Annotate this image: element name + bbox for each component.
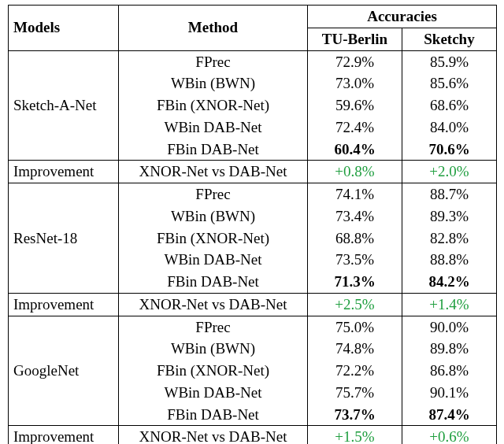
improvement-method: XNOR-Net vs DAB-Net [119,161,308,183]
method-cell: FPrec [119,183,308,205]
col-method: Method [119,6,308,51]
tub-cell: 68.8% [308,228,402,250]
tub-cell: 72.9% [308,50,402,72]
sk-cell: 85.9% [402,50,497,72]
improvement-sk: +1.4% [402,293,497,316]
method-cell: WBin DAB-Net [119,382,308,404]
sk-cell: 88.7% [402,183,497,205]
improvement-tub: +1.5% [308,426,402,444]
improvement-label: Improvement [9,426,119,444]
tub-cell: 73.4% [308,205,402,228]
method-cell: FBin DAB-Net [119,404,308,426]
sk-cell: 90.1% [402,382,497,404]
sk-cell: 87.4% [402,404,497,426]
sk-cell: 85.6% [402,72,497,94]
sk-cell: 84.2% [402,271,497,293]
tub-cell: 60.4% [308,139,402,161]
method-cell: FBin (XNOR-Net) [119,228,308,250]
sk-cell: 89.3% [402,205,497,228]
model-name: Sketch-A-Net [9,50,119,161]
tub-cell: 75.0% [308,316,402,338]
improvement-row: Improvement XNOR-Net vs DAB-Net +0.8% +2… [9,161,497,183]
improvement-tub: +0.8% [308,161,402,183]
tub-cell: 72.4% [308,117,402,139]
sk-cell: 90.0% [402,316,497,338]
improvement-row: Improvement XNOR-Net vs DAB-Net +1.5% +0… [9,426,497,444]
header-row-1: Models Method Accuracies [9,6,497,28]
sk-cell: 68.6% [402,94,497,117]
sk-cell: 88.8% [402,249,497,271]
tub-cell: 75.7% [308,382,402,404]
table-row: Sketch-A-Net FPrec 72.9% 85.9% [9,50,497,72]
improvement-sk: +2.0% [402,161,497,183]
method-cell: FPrec [119,316,308,338]
tub-cell: 71.3% [308,271,402,293]
sk-cell: 82.8% [402,228,497,250]
tub-cell: 73.5% [308,249,402,271]
table-row: ResNet-18 FPrec 74.1% 88.7% [9,183,497,205]
results-table: Models Method Accuracies TU-Berlin Sketc… [8,5,497,444]
sk-cell: 86.8% [402,360,497,382]
method-cell: WBin (BWN) [119,72,308,94]
method-cell: FBin DAB-Net [119,271,308,293]
improvement-tub: +2.5% [308,293,402,316]
tub-cell: 74.8% [308,338,402,360]
improvement-sk: +0.6% [402,426,497,444]
sk-cell: 70.6% [402,139,497,161]
method-cell: FBin (XNOR-Net) [119,360,308,382]
col-sketchy: Sketchy [402,28,497,50]
tub-cell: 72.2% [308,360,402,382]
method-cell: FBin (XNOR-Net) [119,94,308,117]
method-cell: FBin DAB-Net [119,139,308,161]
method-cell: WBin (BWN) [119,205,308,228]
improvement-label: Improvement [9,161,119,183]
method-cell: WBin (BWN) [119,338,308,360]
improvement-method: XNOR-Net vs DAB-Net [119,426,308,444]
method-cell: WBin DAB-Net [119,117,308,139]
col-models: Models [9,6,119,51]
model-name: ResNet-18 [9,183,119,294]
improvement-method: XNOR-Net vs DAB-Net [119,293,308,316]
improvement-label: Improvement [9,293,119,316]
model-name: GoogleNet [9,316,119,426]
tub-cell: 74.1% [308,183,402,205]
tub-cell: 73.7% [308,404,402,426]
tub-cell: 73.0% [308,72,402,94]
col-accuracies: Accuracies [308,6,497,28]
method-cell: FPrec [119,50,308,72]
sk-cell: 84.0% [402,117,497,139]
tub-cell: 59.6% [308,94,402,117]
improvement-row: Improvement XNOR-Net vs DAB-Net +2.5% +1… [9,293,497,316]
col-tuberlin: TU-Berlin [308,28,402,50]
method-cell: WBin DAB-Net [119,249,308,271]
table-row: GoogleNet FPrec 75.0% 90.0% [9,316,497,338]
sk-cell: 89.8% [402,338,497,360]
